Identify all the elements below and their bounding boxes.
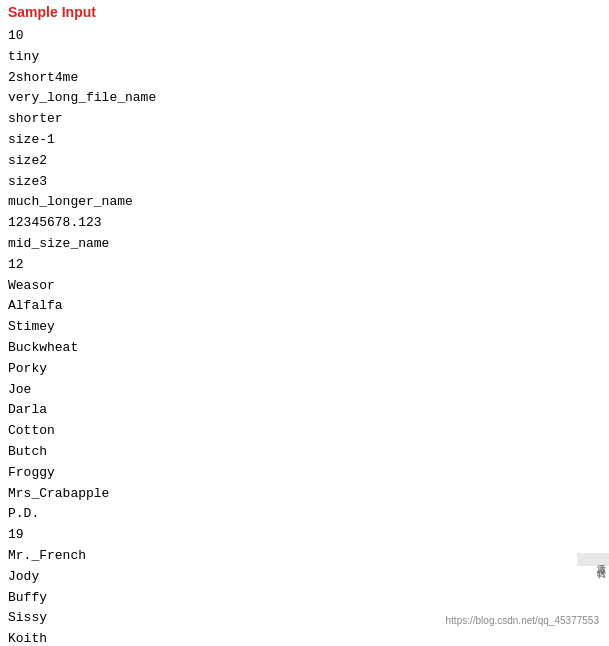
list-item: size3: [8, 172, 601, 193]
list-item: Stimey: [8, 317, 601, 338]
list-item: Porky: [8, 359, 601, 380]
list-item: 19: [8, 525, 601, 546]
list-item: very_long_file_name: [8, 88, 601, 109]
list-item: Mrs_Crabapple: [8, 484, 601, 505]
list-item: Darla: [8, 400, 601, 421]
list-item: 12: [8, 255, 601, 276]
list-item: Sissy: [8, 608, 601, 629]
list-item: Mr._French: [8, 546, 601, 567]
list-item: Buckwheat: [8, 338, 601, 359]
list-item: mid_size_name: [8, 234, 601, 255]
list-item: Alfalfa: [8, 296, 601, 317]
list-item: Koith: [8, 629, 601, 646]
list-item: shorter: [8, 109, 601, 130]
list-item: tiny: [8, 47, 601, 68]
list-item: 2short4me: [8, 68, 601, 89]
list-item: Froggy: [8, 463, 601, 484]
list-item: Jody: [8, 567, 601, 588]
list-item: much_longer_name: [8, 192, 601, 213]
list-item: 10: [8, 26, 601, 47]
list-item: Cotton: [8, 421, 601, 442]
list-item: Weasor: [8, 276, 601, 297]
list-item: Butch: [8, 442, 601, 463]
list-item: 12345678.123: [8, 213, 601, 234]
list-item: Joe: [8, 380, 601, 401]
list-item: size2: [8, 151, 601, 172]
list-item: P.D.: [8, 504, 601, 525]
content-list: 10tiny2short4mevery_long_file_nameshorte…: [8, 26, 601, 646]
list-item: size-1: [8, 130, 601, 151]
list-item: Buffy: [8, 588, 601, 609]
page-title: Sample Input: [8, 4, 601, 20]
